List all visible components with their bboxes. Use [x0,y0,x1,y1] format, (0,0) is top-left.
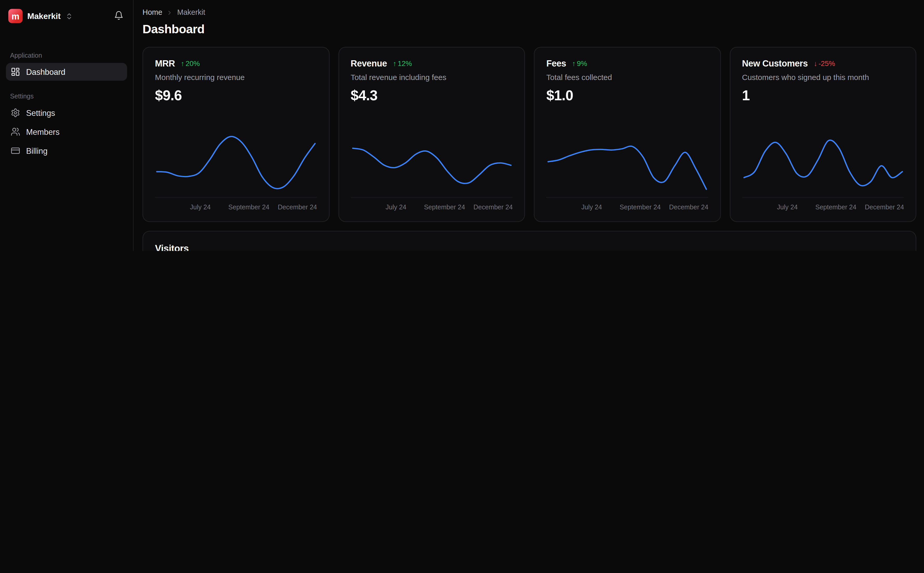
page-title: Dashboard [143,22,916,36]
trend-badge: ↑ 12% [393,59,412,67]
sidebar-item-members[interactable]: Members [6,123,127,141]
x-tick: July 24 [386,204,406,211]
stat-subtitle: Total fees collected [546,73,708,82]
nav-section-label-settings: Settings [10,92,123,100]
makerkit-dashboard-app: m Makerkit Application Dashboard Setting… [0,0,924,251]
x-axis-labels: July 24 September 24 December 24 [155,202,317,214]
stat-value: $1.0 [546,87,708,104]
mrr-sparkline-chart [155,129,317,198]
stat-title: Fees [546,58,566,68]
x-tick: December 24 [474,204,513,211]
stat-title: Revenue [351,58,387,68]
stat-subtitle: Monthly recurring revenue [155,73,317,82]
billing-icon [11,146,20,156]
revenue-sparkline-chart [351,129,513,198]
x-tick: December 24 [278,204,317,211]
chevron-right-icon [166,9,173,16]
x-tick: December 24 [669,204,708,211]
sidebar-nav: Application Dashboard Settings Settings … [6,24,127,251]
sidebar-item-label: Members [26,127,60,136]
notifications-bell-icon[interactable] [112,8,126,24]
gear-icon [11,108,20,117]
breadcrumb: Home Makerkit [143,8,916,17]
breadcrumb-current: Makerkit [177,8,206,17]
arrow-up-icon: ↑ [393,59,397,67]
stat-value: $9.6 [155,87,317,104]
x-tick: September 24 [620,204,661,211]
main-content: Home Makerkit Dashboard MRR ↑ 20% Monthl… [133,0,924,251]
trend-badge: ↓ -25% [814,59,835,67]
arrow-up-icon: ↑ [181,59,185,67]
x-axis-labels: July 24 September 24 December 24 [546,202,708,214]
stat-title: MRR [155,58,175,68]
arrow-down-icon: ↓ [814,59,817,67]
breadcrumb-home[interactable]: Home [143,8,162,17]
x-tick: September 24 [424,204,465,211]
visitors-card: Visitors Showing total visitors for the … [143,231,916,251]
workspace-name: Makerkit [27,11,61,21]
stat-card-fees: Fees ↑ 9% Total fees collected $1.0 July… [534,47,721,222]
workspace-row: m Makerkit [6,8,127,24]
trend-badge: ↑ 9% [572,59,587,67]
stat-subtitle: Customers who signed up this month [742,73,904,82]
fees-sparkline-chart [546,129,708,198]
new-customers-sparkline-chart [742,129,904,198]
x-tick: July 24 [581,204,602,211]
sidebar-item-dashboard[interactable]: Dashboard [6,63,127,81]
logo-letter: m [11,12,19,20]
nav-section-label-application: Application [10,52,123,59]
members-icon [11,127,20,137]
stat-value: $4.3 [351,87,513,104]
stat-card-new-customers: New Customers ↓ -25% Customers who signe… [729,47,916,222]
stat-card-revenue: Revenue ↑ 12% Total revenue including fe… [338,47,525,222]
dashboard-icon [11,67,20,77]
makerkit-logo: m [8,9,23,23]
stat-value: 1 [742,87,904,104]
workspace-selector[interactable]: m Makerkit [7,8,74,24]
stat-subtitle: Total revenue including fees [351,73,513,82]
sidebar: m Makerkit Application Dashboard Setting… [0,0,133,251]
x-tick: July 24 [777,204,798,211]
sidebar-item-label: Dashboard [26,67,66,76]
sidebar-item-billing[interactable]: Billing [6,142,127,160]
x-tick: September 24 [228,204,269,211]
trend-badge: ↑ 20% [181,59,200,67]
x-tick: July 24 [190,204,211,211]
x-axis-labels: July 24 September 24 December 24 [351,202,513,214]
x-axis-labels: July 24 September 24 December 24 [742,202,904,214]
arrow-up-icon: ↑ [572,59,576,67]
stat-card-mrr: MRR ↑ 20% Monthly recurring revenue $9.6… [143,47,329,222]
stat-title: New Customers [742,58,808,68]
stats-grid: MRR ↑ 20% Monthly recurring revenue $9.6… [143,47,916,222]
sidebar-item-label: Billing [26,146,47,155]
sidebar-item-settings[interactable]: Settings [6,104,127,122]
visitors-title: Visitors [155,243,904,251]
chevrons-up-down-icon [65,12,73,20]
x-tick: December 24 [865,204,904,211]
sidebar-item-label: Settings [26,108,55,117]
x-tick: September 24 [815,204,857,211]
